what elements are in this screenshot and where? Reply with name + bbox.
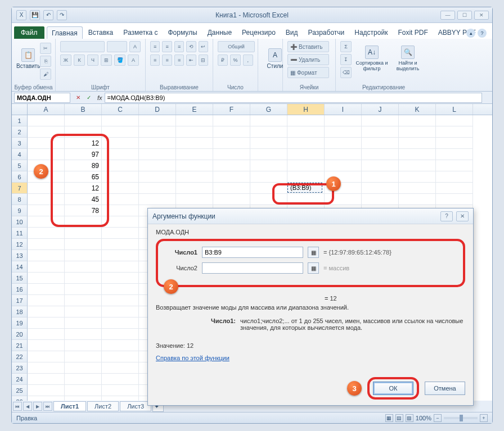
align-left-icon[interactable]: ≡ bbox=[150, 55, 160, 66]
align-center-icon[interactable]: ≡ bbox=[162, 55, 172, 66]
arg1-range-button[interactable]: ▦ bbox=[308, 247, 319, 258]
cell[interactable] bbox=[65, 317, 102, 329]
row-header-8[interactable]: 8 bbox=[12, 194, 28, 205]
view-layout-icon[interactable]: ▤ bbox=[395, 414, 403, 422]
sheet-nav-next[interactable]: ▶ bbox=[33, 402, 42, 411]
cell[interactable] bbox=[362, 194, 399, 205]
cell[interactable] bbox=[28, 239, 65, 250]
cell[interactable] bbox=[65, 250, 102, 261]
cell[interactable] bbox=[102, 183, 139, 194]
cell[interactable] bbox=[102, 160, 139, 171]
cell[interactable] bbox=[399, 194, 436, 205]
col-I[interactable]: I bbox=[325, 104, 362, 115]
row-header-10[interactable]: 10 bbox=[12, 216, 28, 228]
cell[interactable] bbox=[102, 351, 139, 362]
cell[interactable] bbox=[362, 160, 399, 171]
row-header-15[interactable]: 15 bbox=[12, 273, 28, 284]
cell[interactable] bbox=[325, 138, 362, 149]
cell[interactable] bbox=[28, 138, 65, 149]
cell[interactable] bbox=[139, 138, 176, 149]
cell[interactable] bbox=[102, 149, 139, 160]
cell[interactable]: 78 bbox=[65, 205, 102, 216]
border-icon[interactable]: ⊞ bbox=[101, 55, 112, 66]
find-button[interactable]: 🔍Найти и выделить bbox=[392, 41, 424, 76]
col-J[interactable]: J bbox=[362, 104, 399, 115]
cut-icon[interactable]: ✂ bbox=[40, 43, 51, 54]
tab-data[interactable]: Данные bbox=[203, 26, 236, 39]
cell[interactable]: 12 bbox=[65, 183, 102, 194]
minimize-ribbon-icon[interactable]: ▴ bbox=[466, 29, 475, 38]
sort-filter-button[interactable]: A↓Сортировка и фильтр bbox=[355, 41, 389, 76]
cell[interactable] bbox=[28, 306, 65, 317]
cell[interactable] bbox=[28, 385, 65, 396]
cell[interactable] bbox=[176, 194, 213, 205]
select-all-corner[interactable] bbox=[12, 104, 28, 115]
indent-dec-icon[interactable]: ⇤ bbox=[186, 55, 196, 66]
col-A[interactable]: A bbox=[28, 104, 65, 115]
cell[interactable] bbox=[65, 396, 102, 401]
maximize-button[interactable]: ☐ bbox=[457, 11, 472, 20]
currency-icon[interactable]: ₽ bbox=[218, 55, 228, 66]
cell[interactable] bbox=[325, 194, 362, 205]
tab-insert[interactable]: Вставка bbox=[84, 26, 118, 39]
cells-format[interactable]: ▦Формат bbox=[287, 67, 329, 78]
cell[interactable] bbox=[139, 171, 176, 183]
cell[interactable] bbox=[28, 250, 65, 261]
align-right-icon[interactable]: ≡ bbox=[174, 55, 184, 66]
cell[interactable] bbox=[28, 261, 65, 273]
cell[interactable]: 65 bbox=[65, 171, 102, 183]
sheet-tab-2[interactable]: Лист2 bbox=[87, 401, 119, 411]
sheet-tab-3[interactable]: Лист3 bbox=[120, 401, 151, 411]
col-H[interactable]: H bbox=[287, 104, 325, 115]
cell[interactable] bbox=[176, 183, 213, 194]
cell[interactable] bbox=[436, 138, 473, 149]
close-button[interactable]: ✕ bbox=[474, 11, 489, 20]
cell[interactable]: 89 bbox=[65, 160, 102, 171]
cell[interactable] bbox=[176, 138, 213, 149]
arg1-input[interactable] bbox=[202, 247, 303, 258]
cell[interactable] bbox=[325, 126, 362, 138]
cell[interactable] bbox=[436, 183, 473, 194]
cell[interactable] bbox=[102, 396, 139, 401]
cell[interactable] bbox=[102, 115, 139, 126]
cell[interactable] bbox=[213, 149, 250, 160]
cell[interactable] bbox=[102, 261, 139, 273]
row-header-7[interactable]: 7 bbox=[12, 183, 28, 194]
align-top-icon[interactable]: ≡ bbox=[150, 41, 160, 52]
cell[interactable]: 97 bbox=[65, 149, 102, 160]
row-header-20[interactable]: 20 bbox=[12, 329, 28, 340]
cell[interactable] bbox=[28, 351, 65, 362]
cell[interactable] bbox=[176, 160, 213, 171]
col-K[interactable]: K bbox=[399, 104, 436, 115]
cell[interactable] bbox=[28, 115, 65, 126]
cell[interactable] bbox=[65, 385, 102, 396]
cell[interactable] bbox=[250, 138, 287, 149]
cell[interactable] bbox=[139, 183, 176, 194]
cell[interactable] bbox=[102, 194, 139, 205]
cell[interactable] bbox=[65, 216, 102, 228]
cell[interactable] bbox=[102, 317, 139, 329]
dialog-help-button[interactable]: ? bbox=[440, 211, 453, 221]
row-header-13[interactable]: 13 bbox=[12, 250, 28, 261]
cell[interactable] bbox=[287, 160, 325, 171]
row-header-17[interactable]: 17 bbox=[12, 295, 28, 306]
cell[interactable] bbox=[250, 126, 287, 138]
grow-font-icon[interactable]: A bbox=[129, 41, 141, 52]
cell[interactable] bbox=[28, 273, 65, 284]
cell[interactable] bbox=[102, 362, 139, 374]
cell[interactable] bbox=[102, 205, 139, 216]
cell[interactable] bbox=[176, 149, 213, 160]
cell[interactable] bbox=[250, 115, 287, 126]
cell[interactable] bbox=[436, 149, 473, 160]
col-C[interactable]: C bbox=[102, 104, 139, 115]
cell[interactable] bbox=[65, 340, 102, 351]
cell[interactable] bbox=[28, 317, 65, 329]
file-tab[interactable]: Файл bbox=[14, 26, 44, 39]
cell[interactable] bbox=[28, 295, 65, 306]
cell[interactable] bbox=[287, 115, 325, 126]
comma-icon[interactable]: , bbox=[243, 55, 253, 66]
cell[interactable] bbox=[213, 160, 250, 171]
cell[interactable] bbox=[102, 295, 139, 306]
fx-icon[interactable]: fx bbox=[97, 94, 102, 101]
cell[interactable] bbox=[65, 351, 102, 362]
